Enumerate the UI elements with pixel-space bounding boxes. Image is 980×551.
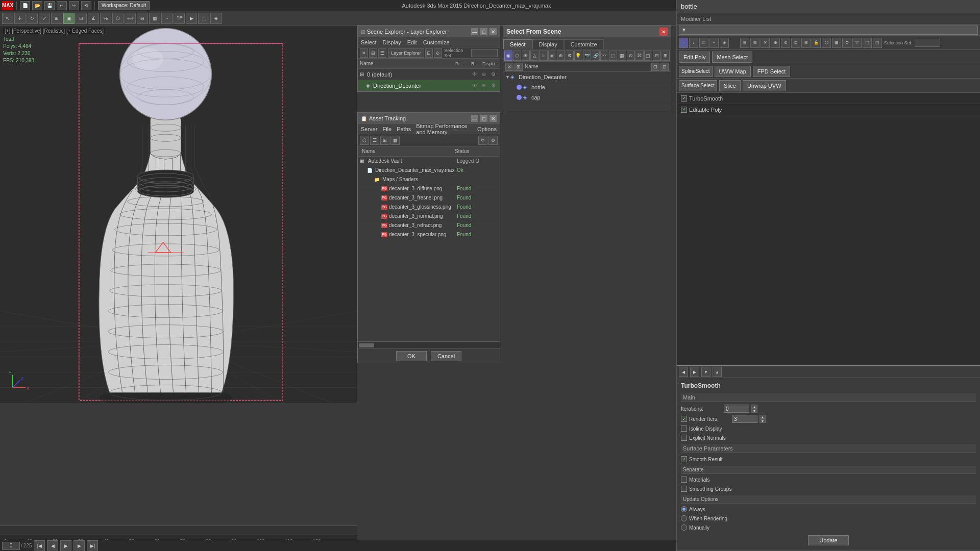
- tb-btn11[interactable]: ⚙: [842, 38, 851, 48]
- ts-manually-radio[interactable]: [681, 524, 687, 531]
- tb-btn1[interactable]: ⊞: [740, 38, 749, 48]
- asset-row-normal[interactable]: PG decanter_3_normal.png Found: [358, 212, 500, 221]
- sfs-tree-row-bottle[interactable]: ◈ bottle: [503, 82, 671, 92]
- sfs-tree-row-direction[interactable]: ▼ ◈ Direction_Decanter: [503, 72, 671, 82]
- tb-btn4[interactable]: ⊕: [771, 38, 780, 48]
- se-menu-select[interactable]: Select: [360, 39, 378, 45]
- ts-when-rendering-radio[interactable]: [681, 515, 687, 521]
- mirror-tool[interactable]: ⟺: [125, 13, 136, 24]
- tb-btn5[interactable]: ⊙: [781, 38, 790, 48]
- ts-smoothgroups-checkbox[interactable]: [681, 486, 687, 492]
- ts-iter-down[interactable]: ▼: [751, 409, 757, 413]
- se-menu-display[interactable]: Display: [382, 39, 402, 45]
- turbosmoothrow-checkbox[interactable]: [681, 95, 687, 102]
- at-toolbar-settings[interactable]: ⚙: [488, 136, 498, 145]
- sfs-tb-btn16[interactable]: ⚄: [635, 51, 644, 61]
- at-toolbar-refresh[interactable]: ↻: [478, 136, 487, 145]
- vis-btn-4[interactable]: 👁: [470, 81, 479, 90]
- asset-row-refract[interactable]: PG decanter_3_refract.png Found: [358, 221, 500, 230]
- sfs-tb-btn6[interactable]: ◈: [548, 51, 556, 61]
- sfs-tb-btn8[interactable]: ⚙: [566, 51, 574, 61]
- asset-tracking-min[interactable]: —: [471, 115, 478, 122]
- at-toolbar-btn3[interactable]: ⊞: [380, 136, 389, 145]
- active-tool[interactable]: ▣: [63, 13, 75, 24]
- vis-btn-3[interactable]: ⚙: [488, 70, 498, 79]
- undo-btn[interactable]: ↩: [57, 1, 67, 10]
- current-frame-input[interactable]: [2, 542, 20, 550]
- tb-btn13[interactable]: ⬚: [863, 38, 872, 48]
- sfs-tb-btn19[interactable]: ⊞: [662, 51, 670, 61]
- modifier-dropdown[interactable]: ▼: [679, 26, 978, 35]
- se-layer-selector[interactable]: Layer Explorer: [388, 48, 424, 58]
- redo-btn[interactable]: ↪: [69, 1, 79, 10]
- sfs-tb-btn9[interactable]: 💡: [574, 51, 582, 61]
- rotate-tool[interactable]: ↻: [27, 13, 38, 24]
- asset-row-file[interactable]: 📄 Direction_Decanter_max_vray.max Ok: [358, 166, 500, 175]
- ts-nav-next[interactable]: ▶: [690, 367, 699, 377]
- sfs-tb-btn4[interactable]: △: [530, 51, 538, 61]
- render-btn[interactable]: ▶: [186, 13, 197, 24]
- select-tool[interactable]: ↖: [2, 13, 13, 24]
- scene-explorer-close[interactable]: ✕: [489, 28, 497, 35]
- vertex-mode-btn[interactable]: ·: [679, 38, 688, 48]
- asset-row-fresnel[interactable]: PG decanter_3_fresnel.png Found: [358, 193, 500, 203]
- sfs-close-btn[interactable]: ✕: [659, 28, 668, 36]
- ts-iter-up[interactable]: ▲: [751, 405, 757, 409]
- ts-explicit-checkbox[interactable]: [681, 435, 687, 441]
- asset-row-glossiness[interactable]: PG decanter_3_glossiness.png Found: [358, 203, 500, 212]
- modifier-editablepoly-row[interactable]: Editable Poly: [677, 104, 980, 115]
- unwrap-uwv-btn[interactable]: Unwrap UVW: [743, 80, 786, 91]
- ok-button[interactable]: OK: [396, 351, 427, 361]
- ts-render-iters-checkbox[interactable]: [681, 416, 687, 422]
- se-menu-customize[interactable]: Customize: [422, 39, 451, 45]
- at-menu-file[interactable]: File: [381, 126, 393, 132]
- sfs-tb-btn10[interactable]: 📷: [583, 51, 591, 61]
- sfs-tb-btn15[interactable]: ⊙: [627, 51, 635, 61]
- ts-ri-down[interactable]: ▼: [760, 419, 766, 423]
- sfs-tb-btn13[interactable]: ⬚: [609, 51, 617, 61]
- splineselect-btn[interactable]: SplineSelect: [679, 66, 713, 77]
- ts-render-iters-input[interactable]: [732, 415, 757, 423]
- ts-update-btn[interactable]: Update: [808, 535, 849, 545]
- editablepoly-checkbox[interactable]: [681, 107, 687, 113]
- se-toolbar-btn2[interactable]: ⊞: [369, 48, 377, 58]
- sfs-tb-btn17[interactable]: ◫: [644, 51, 652, 61]
- asset-row-maps[interactable]: 📁 Maps / Shaders: [358, 175, 500, 184]
- uww-map-btn[interactable]: UWW Map: [715, 66, 751, 77]
- align-tool[interactable]: ⊟: [137, 13, 148, 24]
- angle-snap[interactable]: ∡: [88, 13, 99, 24]
- se-toolbar-btn3[interactable]: ☰: [378, 48, 386, 58]
- border-mode-btn[interactable]: □: [699, 38, 708, 48]
- se-menu-edit[interactable]: Edit: [406, 39, 418, 45]
- timeline-track[interactable]: [0, 526, 357, 535]
- sfs-tab-customize[interactable]: Customize: [564, 39, 604, 49]
- sfs-tb-btn2[interactable]: ⬡: [513, 51, 521, 61]
- sfs-tb-btn3[interactable]: ✳: [522, 51, 530, 61]
- play-next-btn[interactable]: ▶|: [87, 540, 98, 552]
- ts-nav-up[interactable]: ▲: [713, 367, 722, 377]
- step-fwd-btn[interactable]: ▶: [74, 540, 85, 552]
- sfs-cb-btn2[interactable]: ⊞: [514, 63, 523, 71]
- tb-btn14[interactable]: ◫: [873, 38, 882, 48]
- play-btn[interactable]: ▶: [60, 540, 71, 552]
- play-prev-btn[interactable]: |◀: [34, 540, 45, 552]
- slice-btn[interactable]: Slice: [719, 80, 741, 91]
- move-tool[interactable]: ✛: [14, 13, 26, 24]
- sfs-tb-btn18[interactable]: ⊟: [653, 51, 661, 61]
- fpd-select-btn[interactable]: FPD Select: [753, 66, 791, 77]
- at-toolbar-btn2[interactable]: ☰: [370, 136, 379, 145]
- sfs-tb-btn12[interactable]: 〰: [600, 51, 608, 61]
- at-toolbar-btn1[interactable]: ⬡: [360, 136, 369, 145]
- sfs-tab-select[interactable]: Select: [503, 39, 532, 49]
- scene-undo-btn[interactable]: ⟲: [81, 1, 91, 10]
- sfs-tb-btn7[interactable]: ⊕: [557, 51, 565, 61]
- edge-mode-btn[interactable]: /: [689, 38, 698, 48]
- scene-explorer-min[interactable]: —: [471, 28, 478, 35]
- ts-ri-up[interactable]: ▲: [760, 415, 766, 419]
- material-editor[interactable]: ◈: [210, 13, 222, 24]
- tb-btn6[interactable]: ⊡: [791, 38, 800, 48]
- asset-tracking-restore[interactable]: □: [480, 115, 487, 122]
- sfs-cb-btn3[interactable]: ⊡: [651, 63, 659, 71]
- vis-btn-1[interactable]: 👁: [470, 70, 479, 79]
- tb-btn10[interactable]: ▦: [832, 38, 841, 48]
